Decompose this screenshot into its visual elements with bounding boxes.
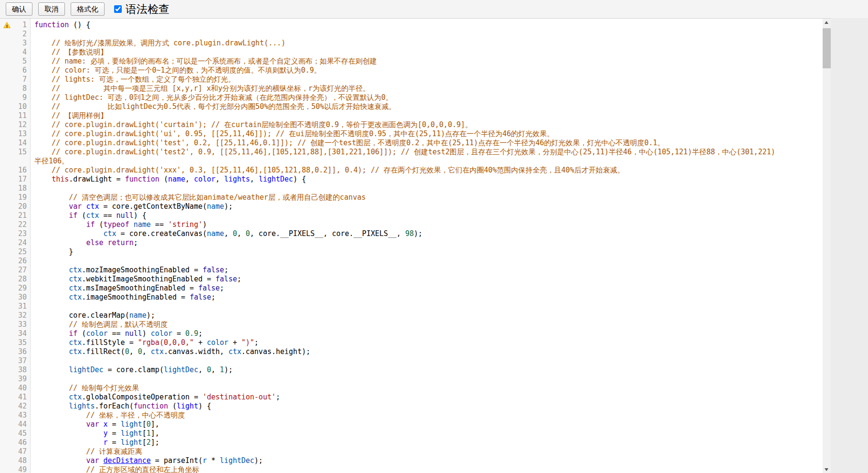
line-number: 35: [13, 338, 31, 347]
code-line[interactable]: 41 ctx.globalCompositeOperation = 'desti…: [0, 393, 823, 402]
code-line[interactable]: 31: [0, 302, 823, 311]
code-text: ctx.globalCompositeOperation = 'destinat…: [31, 393, 823, 402]
code-line[interactable]: 42 lights.forEach(function (light) {: [0, 402, 823, 411]
code-line[interactable]: 5 // name: 必填，要绘制到的画布名；可以是一个系统画布，或者是个自定义…: [0, 57, 823, 66]
code-line[interactable]: 7 // lights: 可选，一个数组，定义了每个独立的灯光。: [0, 75, 823, 84]
code-line[interactable]: 8 // 其中每一项是三元组 [x,y,r] x和y分别为该灯光的横纵坐标，r为…: [0, 84, 823, 93]
code-line[interactable]: 11 // 【调用样例】: [0, 111, 823, 120]
line-number: 14: [13, 139, 31, 148]
toolbar: 确认 取消 格式化 语法检查: [0, 0, 868, 18]
code-line[interactable]: 28 ctx.webkitImageSmoothingEnabled = fal…: [0, 275, 823, 284]
code-line[interactable]: 35 ctx.fillStyle = "rgba(0,0,0," + color…: [0, 338, 823, 347]
code-text: this.drawLight = function (name, color, …: [31, 175, 823, 184]
line-number: 41: [13, 393, 31, 402]
code-line[interactable]: 20 var ctx = core.getContextByName(name)…: [0, 202, 823, 211]
code-text: else return;: [31, 238, 823, 247]
gutter-marker: [0, 129, 13, 139]
code-text: ctx.fillStyle = "rgba(0,0,0," + color + …: [31, 338, 823, 347]
code-line[interactable]: 45 y = light[1],: [0, 429, 823, 438]
code-text: var decDistance = parseInt(r * lightDec)…: [31, 456, 823, 465]
code-line[interactable]: 9 // lightDec: 可选，0到1之间，光从多少百分比才开始衰减（在此范…: [0, 93, 823, 102]
code-line[interactable]: 49 // 正方形区域的直径和左上角坐标: [0, 465, 823, 473]
code-line[interactable]: 46 r = light[2];: [0, 438, 823, 447]
line-number: 8: [13, 84, 31, 93]
gutter-marker: [0, 139, 13, 148]
code-line[interactable]: 44 var x = light[0],: [0, 420, 823, 429]
code-text: // lightDec: 可选，0到1之间，光从多少百分比才开始衰减（在此范围内…: [31, 93, 823, 102]
code-line[interactable]: 27 ctx.mozImageSmoothingEnabled = false;: [0, 266, 823, 275]
gutter-marker: [0, 193, 13, 202]
code-line[interactable]: 22 if (typeof name == 'string'): [0, 220, 823, 229]
vertical-scrollbar[interactable]: [823, 19, 831, 473]
code-text: // 【调用样例】: [31, 111, 823, 120]
code-line[interactable]: 40 // 绘制每个灯光效果: [0, 384, 823, 393]
gutter-marker: [0, 456, 13, 465]
code-line[interactable]: 39: [0, 375, 823, 384]
scrollbar-down-arrow-icon[interactable]: [823, 465, 831, 473]
code-line[interactable]: 26: [0, 257, 823, 266]
code-text: [31, 375, 823, 384]
code-editor[interactable]: !1function () {23 // 绘制灯光/漆黑层效果。调用方式 cor…: [0, 18, 831, 473]
code-line[interactable]: 32 core.clearMap(name);: [0, 311, 823, 320]
gutter-marker: [0, 447, 13, 456]
cancel-button[interactable]: 取消: [38, 2, 65, 16]
syntax-check-toggle[interactable]: 语法检查: [114, 2, 169, 17]
code-line[interactable]: 13 // core.plugin.drawLight('ui', 0.95, …: [0, 129, 823, 139]
code-line[interactable]: 25 }: [0, 247, 823, 257]
code-line[interactable]: 37: [0, 356, 823, 366]
line-number: [13, 157, 31, 166]
code-line[interactable]: 15 // core.plugin.drawLight('test2', 0.9…: [0, 148, 823, 157]
code-line[interactable]: 6 // color: 可选，只能是一个0~1之间的数，为不透明度的值。不填则默…: [0, 66, 823, 75]
line-number: 22: [13, 220, 31, 229]
code-line[interactable]: 38 lightDec = core.clamp(lightDec, 0, 1)…: [0, 366, 823, 375]
code-line[interactable]: 29 ctx.msImageSmoothingEnabled = false;: [0, 284, 823, 293]
code-line[interactable]: 半径106。: [0, 157, 823, 166]
code-line[interactable]: !1function () {: [0, 21, 823, 30]
gutter-marker: [0, 220, 13, 229]
gutter-marker: [0, 66, 13, 75]
line-number: 28: [13, 275, 31, 284]
code-line[interactable]: 18: [0, 184, 823, 193]
code-text: [31, 257, 823, 266]
gutter-marker: [0, 465, 13, 473]
format-button[interactable]: 格式化: [71, 2, 105, 16]
gutter-marker: [0, 356, 13, 366]
code-text: if (typeof name == 'string'): [31, 220, 823, 229]
code-line[interactable]: 17 this.drawLight = function (name, colo…: [0, 175, 823, 184]
code-line[interactable]: 36 ctx.fillRect(0, 0, ctx.canvas.width, …: [0, 347, 823, 356]
line-number: 40: [13, 384, 31, 393]
code-line[interactable]: 23 ctx = core.createCanvas(name, 0, 0, c…: [0, 229, 823, 238]
line-number: 5: [13, 57, 31, 66]
code-line[interactable]: 21 if (ctx == null) {: [0, 211, 823, 220]
code-line[interactable]: 16 // core.plugin.drawLight('xxx', 0.3, …: [0, 166, 823, 175]
gutter-marker: [0, 329, 13, 338]
code-line[interactable]: 43 // 坐标，半径，中心不透明度: [0, 411, 823, 420]
code-text: lightDec = core.clamp(lightDec, 0, 1);: [31, 366, 823, 375]
gutter-marker: [0, 30, 13, 39]
code-line[interactable]: 24 else return;: [0, 238, 823, 247]
gutter-marker: [0, 375, 13, 384]
gutter-marker: [0, 48, 13, 57]
code-line[interactable]: 2: [0, 30, 823, 39]
code-line[interactable]: 3 // 绘制灯光/漆黑层效果。调用方式 core.plugin.drawLig…: [0, 39, 823, 48]
code-line[interactable]: 34 if (color == null) color = 0.9;: [0, 329, 823, 338]
line-number: 23: [13, 229, 31, 238]
code-line[interactable]: 10 // 比如lightDec为0.5代表，每个灯光部分内圈50%的范围全亮，…: [0, 102, 823, 111]
code-line[interactable]: 12 // core.plugin.drawLight('curtain'); …: [0, 120, 823, 129]
code-text: // core.plugin.drawLight('test2', 0.9, […: [31, 148, 823, 157]
gutter-marker: [0, 393, 13, 402]
code-lines[interactable]: !1function () {23 // 绘制灯光/漆黑层效果。调用方式 cor…: [0, 19, 823, 473]
scrollbar-up-arrow-icon[interactable]: [823, 19, 831, 27]
code-line[interactable]: 47 // 计算衰减距离: [0, 447, 823, 456]
code-line[interactable]: 48 var decDistance = parseInt(r * lightD…: [0, 456, 823, 465]
confirm-button[interactable]: 确认: [6, 2, 32, 16]
code-line[interactable]: 30 ctx.imageSmoothingEnabled = false;: [0, 293, 823, 302]
code-line[interactable]: 33 // 绘制色调层，默认不透明度: [0, 320, 823, 329]
code-line[interactable]: 19 // 清空色调层；也可以修改成其它层比如animate/weather层，…: [0, 193, 823, 202]
code-line[interactable]: 4 // 【参数说明】: [0, 48, 823, 57]
line-number: 43: [13, 411, 31, 420]
scrollbar-thumb[interactable]: [823, 28, 831, 68]
code-text: // 清空色调层；也可以修改成其它层比如animate/weather层，或者用…: [31, 193, 823, 202]
syntax-check-checkbox[interactable]: [114, 5, 122, 13]
code-line[interactable]: 14 // core.plugin.drawLight('test', 0.2,…: [0, 139, 823, 148]
